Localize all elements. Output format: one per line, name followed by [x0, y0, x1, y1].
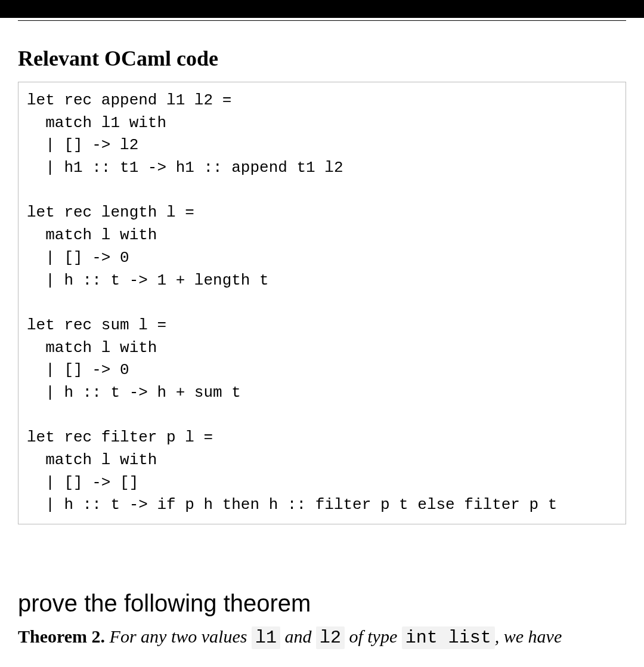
theorem-text-2: and [280, 626, 316, 646]
code-l1: l1 [252, 626, 280, 649]
section-title: Relevant OCaml code [18, 46, 626, 71]
theorem-text-4: , we have [495, 626, 562, 646]
page: Relevant OCaml code let rec append l1 l2… [0, 0, 644, 667]
theorem-text-3: of type [345, 626, 402, 646]
prove-prompt: prove the following theorem [18, 590, 626, 617]
top-black-bar [0, 0, 644, 18]
code-int-list: int list [402, 626, 495, 649]
horizontal-rule [18, 18, 626, 21]
theorem-label: Theorem 2. [18, 626, 105, 646]
theorem-statement: Theorem 2. For any two values l1 and l2 … [18, 623, 626, 651]
code-l2: l2 [316, 626, 345, 649]
theorem-text-1: For any two values [110, 626, 252, 646]
ocaml-code-block: let rec append l1 l2 = match l1 with | [… [18, 82, 626, 524]
